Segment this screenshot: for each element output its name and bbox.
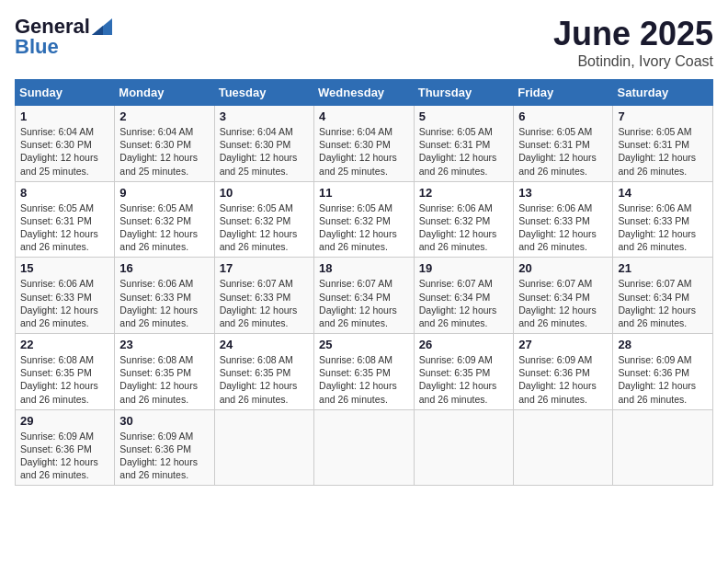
day-number: 15 bbox=[20, 261, 109, 275]
day-detail: Sunrise: 6:07 AMSunset: 6:33 PMDaylight:… bbox=[220, 278, 298, 328]
day-detail: Sunrise: 6:08 AMSunset: 6:35 PMDaylight:… bbox=[20, 354, 98, 405]
day-detail: Sunrise: 6:04 AMSunset: 6:30 PMDaylight:… bbox=[20, 126, 98, 177]
header-sunday: Sunday bbox=[16, 80, 115, 106]
day-number: 3 bbox=[220, 109, 309, 123]
calendar-week-2: 8Sunrise: 6:05 AMSunset: 6:31 PMDaylight… bbox=[16, 181, 713, 258]
day-number: 2 bbox=[119, 109, 209, 123]
title-area: June 2025 Botindin, Ivory Coast bbox=[553, 15, 713, 70]
day-number: 4 bbox=[319, 109, 409, 123]
day-number: 26 bbox=[419, 338, 508, 351]
table-row bbox=[414, 409, 513, 486]
table-row: 25Sunrise: 6:08 AMSunset: 6:35 PMDayligh… bbox=[314, 334, 415, 410]
day-detail: Sunrise: 6:05 AMSunset: 6:31 PMDaylight:… bbox=[419, 126, 497, 177]
day-detail: Sunrise: 6:05 AMSunset: 6:31 PMDaylight:… bbox=[20, 202, 98, 253]
day-number: 21 bbox=[618, 261, 708, 275]
logo-bird-icon bbox=[92, 18, 112, 35]
day-number: 19 bbox=[419, 261, 508, 275]
day-number: 12 bbox=[419, 186, 508, 200]
day-detail: Sunrise: 6:09 AMSunset: 6:36 PMDaylight:… bbox=[20, 431, 98, 481]
day-detail: Sunrise: 6:07 AMSunset: 6:34 PMDaylight:… bbox=[618, 278, 696, 328]
table-row: 27Sunrise: 6:09 AMSunset: 6:36 PMDayligh… bbox=[514, 334, 613, 410]
table-row bbox=[613, 409, 713, 486]
header-monday: Monday bbox=[115, 80, 214, 106]
day-detail: Sunrise: 6:06 AMSunset: 6:32 PMDaylight:… bbox=[419, 202, 497, 253]
day-detail: Sunrise: 6:05 AMSunset: 6:32 PMDaylight:… bbox=[119, 202, 198, 253]
day-number: 14 bbox=[618, 186, 708, 200]
day-number: 5 bbox=[419, 109, 508, 123]
table-row: 7Sunrise: 6:05 AMSunset: 6:31 PMDaylight… bbox=[613, 106, 713, 182]
day-detail: Sunrise: 6:06 AMSunset: 6:33 PMDaylight:… bbox=[119, 278, 198, 328]
calendar-week-5: 29Sunrise: 6:09 AMSunset: 6:36 PMDayligh… bbox=[16, 409, 713, 486]
calendar-table: Sunday Monday Tuesday Wednesday Thursday… bbox=[15, 79, 713, 486]
day-number: 27 bbox=[518, 338, 608, 351]
day-number: 29 bbox=[20, 414, 109, 428]
table-row: 1Sunrise: 6:04 AMSunset: 6:30 PMDaylight… bbox=[16, 106, 115, 182]
table-row: 17Sunrise: 6:07 AMSunset: 6:33 PMDayligh… bbox=[214, 258, 313, 334]
table-row: 2Sunrise: 6:04 AMSunset: 6:30 PMDaylight… bbox=[115, 106, 214, 182]
table-row: 28Sunrise: 6:09 AMSunset: 6:36 PMDayligh… bbox=[613, 334, 713, 410]
day-number: 9 bbox=[119, 186, 209, 200]
table-row: 22Sunrise: 6:08 AMSunset: 6:35 PMDayligh… bbox=[16, 334, 115, 410]
day-detail: Sunrise: 6:07 AMSunset: 6:34 PMDaylight:… bbox=[319, 278, 397, 328]
day-number: 16 bbox=[119, 261, 209, 275]
day-detail: Sunrise: 6:09 AMSunset: 6:36 PMDaylight:… bbox=[518, 354, 597, 405]
day-number: 28 bbox=[618, 338, 708, 351]
table-row: 6Sunrise: 6:05 AMSunset: 6:31 PMDaylight… bbox=[514, 106, 613, 182]
day-detail: Sunrise: 6:07 AMSunset: 6:34 PMDaylight:… bbox=[518, 278, 597, 328]
table-row: 9Sunrise: 6:05 AMSunset: 6:32 PMDaylight… bbox=[115, 181, 214, 258]
day-number: 6 bbox=[518, 109, 608, 123]
table-row: 5Sunrise: 6:05 AMSunset: 6:31 PMDaylight… bbox=[414, 106, 513, 182]
day-number: 24 bbox=[220, 338, 309, 351]
day-detail: Sunrise: 6:05 AMSunset: 6:31 PMDaylight:… bbox=[518, 126, 597, 177]
table-row: 29Sunrise: 6:09 AMSunset: 6:36 PMDayligh… bbox=[16, 409, 115, 486]
table-row bbox=[514, 409, 613, 486]
header-friday: Friday bbox=[514, 80, 613, 106]
table-row: 16Sunrise: 6:06 AMSunset: 6:33 PMDayligh… bbox=[115, 258, 214, 334]
table-row: 14Sunrise: 6:06 AMSunset: 6:33 PMDayligh… bbox=[613, 181, 713, 258]
logo: General Blue bbox=[15, 15, 112, 59]
day-number: 25 bbox=[319, 338, 409, 351]
logo-blue-text: Blue bbox=[15, 35, 59, 59]
day-detail: Sunrise: 6:06 AMSunset: 6:33 PMDaylight:… bbox=[618, 202, 696, 253]
table-row: 10Sunrise: 6:05 AMSunset: 6:32 PMDayligh… bbox=[214, 181, 313, 258]
day-detail: Sunrise: 6:08 AMSunset: 6:35 PMDaylight:… bbox=[319, 354, 397, 405]
day-detail: Sunrise: 6:04 AMSunset: 6:30 PMDaylight:… bbox=[119, 126, 198, 177]
calendar-week-4: 22Sunrise: 6:08 AMSunset: 6:35 PMDayligh… bbox=[16, 334, 713, 410]
day-number: 30 bbox=[119, 414, 209, 428]
header-saturday: Saturday bbox=[613, 80, 713, 106]
day-number: 13 bbox=[518, 186, 608, 200]
svg-marker-1 bbox=[92, 26, 103, 35]
day-detail: Sunrise: 6:08 AMSunset: 6:35 PMDaylight:… bbox=[220, 354, 298, 405]
day-detail: Sunrise: 6:09 AMSunset: 6:36 PMDaylight:… bbox=[119, 431, 198, 481]
day-detail: Sunrise: 6:08 AMSunset: 6:35 PMDaylight:… bbox=[119, 354, 198, 405]
day-number: 20 bbox=[518, 261, 608, 275]
day-detail: Sunrise: 6:05 AMSunset: 6:32 PMDaylight:… bbox=[319, 202, 397, 253]
day-detail: Sunrise: 6:04 AMSunset: 6:30 PMDaylight:… bbox=[220, 126, 298, 177]
table-row bbox=[214, 409, 313, 486]
table-row: 18Sunrise: 6:07 AMSunset: 6:34 PMDayligh… bbox=[314, 258, 415, 334]
table-row: 26Sunrise: 6:09 AMSunset: 6:35 PMDayligh… bbox=[414, 334, 513, 410]
table-row: 21Sunrise: 6:07 AMSunset: 6:34 PMDayligh… bbox=[613, 258, 713, 334]
calendar-header-row: Sunday Monday Tuesday Wednesday Thursday… bbox=[16, 80, 713, 106]
page-header: General Blue June 2025 Botindin, Ivory C… bbox=[15, 15, 713, 70]
table-row: 12Sunrise: 6:06 AMSunset: 6:32 PMDayligh… bbox=[414, 181, 513, 258]
day-number: 10 bbox=[220, 186, 309, 200]
table-row: 19Sunrise: 6:07 AMSunset: 6:34 PMDayligh… bbox=[414, 258, 513, 334]
day-number: 17 bbox=[220, 261, 309, 275]
day-detail: Sunrise: 6:07 AMSunset: 6:34 PMDaylight:… bbox=[419, 278, 497, 328]
day-detail: Sunrise: 6:05 AMSunset: 6:31 PMDaylight:… bbox=[618, 126, 696, 177]
day-number: 1 bbox=[20, 109, 109, 123]
table-row: 4Sunrise: 6:04 AMSunset: 6:30 PMDaylight… bbox=[314, 106, 415, 182]
header-tuesday: Tuesday bbox=[214, 80, 313, 106]
day-detail: Sunrise: 6:09 AMSunset: 6:36 PMDaylight:… bbox=[618, 354, 696, 405]
table-row: 15Sunrise: 6:06 AMSunset: 6:33 PMDayligh… bbox=[16, 258, 115, 334]
day-number: 22 bbox=[20, 338, 109, 351]
table-row: 8Sunrise: 6:05 AMSunset: 6:31 PMDaylight… bbox=[16, 181, 115, 258]
header-wednesday: Wednesday bbox=[314, 80, 415, 106]
day-number: 23 bbox=[119, 338, 209, 351]
day-detail: Sunrise: 6:05 AMSunset: 6:32 PMDaylight:… bbox=[220, 202, 298, 253]
table-row: 24Sunrise: 6:08 AMSunset: 6:35 PMDayligh… bbox=[214, 334, 313, 410]
day-detail: Sunrise: 6:06 AMSunset: 6:33 PMDaylight:… bbox=[20, 278, 98, 328]
table-row: 23Sunrise: 6:08 AMSunset: 6:35 PMDayligh… bbox=[115, 334, 214, 410]
day-number: 11 bbox=[319, 186, 409, 200]
